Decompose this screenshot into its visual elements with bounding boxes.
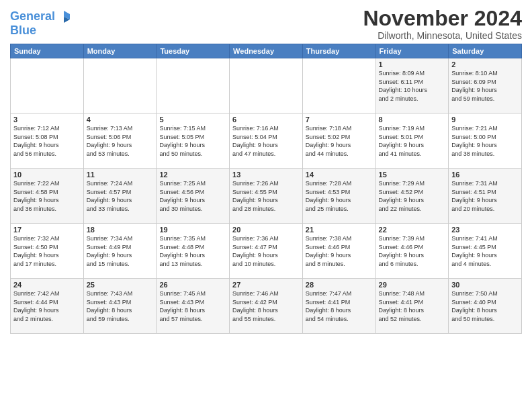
logo-text2: Blue: [10, 24, 71, 38]
calendar-cell: 6Sunrise: 7:16 AM Sunset: 5:04 PM Daylig…: [230, 113, 303, 169]
month-title: November 2024: [363, 7, 522, 30]
calendar-cell: [302, 58, 375, 113]
day-info: Sunrise: 7:47 AM Sunset: 4:41 PM Dayligh…: [306, 289, 373, 323]
calendar-cell: 11Sunrise: 7:24 AM Sunset: 4:57 PM Dayli…: [83, 169, 157, 224]
calendar-cell: 20Sunrise: 7:36 AM Sunset: 4:47 PM Dayli…: [230, 224, 303, 279]
calendar-cell: 24Sunrise: 7:42 AM Sunset: 4:44 PM Dayli…: [11, 279, 84, 334]
calendar-cell: 5Sunrise: 7:15 AM Sunset: 5:05 PM Daylig…: [157, 113, 230, 169]
calendar-cell: 21Sunrise: 7:38 AM Sunset: 4:46 PM Dayli…: [302, 224, 375, 279]
weekday-header: Saturday: [449, 44, 522, 58]
weekday-header: Sunday: [11, 44, 84, 58]
day-number: 30: [451, 281, 519, 289]
calendar-cell: 12Sunrise: 7:25 AM Sunset: 4:56 PM Dayli…: [157, 169, 230, 224]
calendar-cell: [83, 58, 157, 113]
day-number: 27: [232, 281, 300, 289]
day-number: 24: [13, 281, 81, 289]
calendar-cell: 29Sunrise: 7:48 AM Sunset: 4:41 PM Dayli…: [375, 279, 449, 334]
day-number: 17: [13, 226, 81, 234]
day-info: Sunrise: 7:46 AM Sunset: 4:42 PM Dayligh…: [232, 289, 300, 323]
day-number: 13: [232, 171, 300, 179]
day-number: 15: [379, 171, 446, 179]
day-info: Sunrise: 7:34 AM Sunset: 4:49 PM Dayligh…: [87, 234, 154, 268]
day-number: 29: [379, 281, 446, 289]
calendar-table: SundayMondayTuesdayWednesdayThursdayFrid…: [10, 44, 522, 334]
weekday-header: Monday: [83, 44, 157, 58]
day-info: Sunrise: 7:16 AM Sunset: 5:04 PM Dayligh…: [232, 124, 300, 158]
day-number: 2: [451, 60, 519, 68]
logo-icon: [56, 9, 71, 24]
calendar-cell: 19Sunrise: 7:35 AM Sunset: 4:48 PM Dayli…: [157, 224, 230, 279]
day-number: 5: [159, 116, 226, 124]
day-number: 25: [87, 281, 154, 289]
day-number: 14: [306, 171, 373, 179]
calendar-cell: 28Sunrise: 7:47 AM Sunset: 4:41 PM Dayli…: [302, 279, 375, 334]
day-number: 16: [451, 171, 519, 179]
calendar-cell: 16Sunrise: 7:31 AM Sunset: 4:51 PM Dayli…: [449, 169, 522, 224]
calendar-cell: 8Sunrise: 7:19 AM Sunset: 5:01 PM Daylig…: [375, 113, 449, 169]
day-number: 11: [87, 171, 154, 179]
day-info: Sunrise: 7:50 AM Sunset: 4:40 PM Dayligh…: [451, 289, 519, 323]
day-number: 21: [306, 226, 373, 234]
day-info: Sunrise: 8:10 AM Sunset: 6:09 PM Dayligh…: [451, 69, 519, 103]
day-info: Sunrise: 7:15 AM Sunset: 5:05 PM Dayligh…: [159, 124, 226, 158]
day-info: Sunrise: 7:22 AM Sunset: 4:58 PM Dayligh…: [13, 179, 81, 213]
day-info: Sunrise: 7:43 AM Sunset: 4:43 PM Dayligh…: [87, 289, 154, 323]
day-number: 19: [159, 226, 226, 234]
calendar-week-row: 1Sunrise: 8:09 AM Sunset: 6:11 PM Daylig…: [11, 58, 522, 113]
calendar-cell: 13Sunrise: 7:26 AM Sunset: 4:55 PM Dayli…: [230, 169, 303, 224]
calendar-week-row: 24Sunrise: 7:42 AM Sunset: 4:44 PM Dayli…: [11, 279, 522, 334]
day-info: Sunrise: 7:31 AM Sunset: 4:51 PM Dayligh…: [451, 179, 519, 213]
calendar-cell: [157, 58, 230, 113]
day-info: Sunrise: 7:39 AM Sunset: 4:46 PM Dayligh…: [379, 234, 446, 268]
calendar-cell: 4Sunrise: 7:13 AM Sunset: 5:06 PM Daylig…: [83, 113, 157, 169]
day-info: Sunrise: 7:28 AM Sunset: 4:53 PM Dayligh…: [306, 179, 373, 213]
calendar-cell: 10Sunrise: 7:22 AM Sunset: 4:58 PM Dayli…: [11, 169, 84, 224]
weekday-header: Thursday: [302, 44, 375, 58]
calendar-cell: 14Sunrise: 7:28 AM Sunset: 4:53 PM Dayli…: [302, 169, 375, 224]
day-info: Sunrise: 7:21 AM Sunset: 5:00 PM Dayligh…: [451, 124, 519, 158]
day-number: 6: [232, 116, 300, 124]
day-info: Sunrise: 7:13 AM Sunset: 5:06 PM Dayligh…: [87, 124, 154, 158]
page-container: General Blue November 2024 Dilworth, Min…: [0, 0, 532, 337]
weekday-header: Friday: [375, 44, 449, 58]
calendar-cell: 30Sunrise: 7:50 AM Sunset: 4:40 PM Dayli…: [449, 279, 522, 334]
calendar-cell: 7Sunrise: 7:18 AM Sunset: 5:02 PM Daylig…: [302, 113, 375, 169]
subtitle: Dilworth, Minnesota, United States: [363, 30, 522, 41]
day-number: 9: [451, 116, 519, 124]
calendar-cell: 27Sunrise: 7:46 AM Sunset: 4:42 PM Dayli…: [230, 279, 303, 334]
weekday-header: Tuesday: [157, 44, 230, 58]
day-info: Sunrise: 7:48 AM Sunset: 4:41 PM Dayligh…: [379, 289, 446, 323]
calendar-cell: 9Sunrise: 7:21 AM Sunset: 5:00 PM Daylig…: [449, 113, 522, 169]
day-number: 26: [159, 281, 226, 289]
day-info: Sunrise: 7:41 AM Sunset: 4:45 PM Dayligh…: [451, 234, 519, 268]
calendar-cell: 15Sunrise: 7:29 AM Sunset: 4:52 PM Dayli…: [375, 169, 449, 224]
day-info: Sunrise: 8:09 AM Sunset: 6:11 PM Dayligh…: [379, 69, 446, 103]
day-info: Sunrise: 7:12 AM Sunset: 5:08 PM Dayligh…: [13, 124, 81, 158]
day-number: 23: [451, 226, 519, 234]
calendar-week-row: 3Sunrise: 7:12 AM Sunset: 5:08 PM Daylig…: [11, 113, 522, 169]
day-info: Sunrise: 7:26 AM Sunset: 4:55 PM Dayligh…: [232, 179, 300, 213]
weekday-header: Wednesday: [230, 44, 303, 58]
day-number: 28: [306, 281, 373, 289]
day-info: Sunrise: 7:36 AM Sunset: 4:47 PM Dayligh…: [232, 234, 300, 268]
logo: General Blue: [10, 9, 71, 38]
calendar-cell: 18Sunrise: 7:34 AM Sunset: 4:49 PM Dayli…: [83, 224, 157, 279]
day-number: 12: [159, 171, 226, 179]
calendar-cell: [11, 58, 84, 113]
calendar-cell: 17Sunrise: 7:32 AM Sunset: 4:50 PM Dayli…: [11, 224, 84, 279]
day-number: 1: [379, 60, 446, 68]
day-info: Sunrise: 7:38 AM Sunset: 4:46 PM Dayligh…: [306, 234, 373, 268]
day-number: 8: [379, 116, 446, 124]
day-info: Sunrise: 7:19 AM Sunset: 5:01 PM Dayligh…: [379, 124, 446, 158]
day-number: 3: [13, 116, 81, 124]
day-number: 4: [87, 116, 154, 124]
header: General Blue November 2024 Dilworth, Min…: [10, 7, 522, 41]
day-number: 10: [13, 171, 81, 179]
logo-text: General: [10, 10, 55, 24]
title-block: November 2024 Dilworth, Minnesota, Unite…: [363, 7, 522, 41]
day-info: Sunrise: 7:45 AM Sunset: 4:43 PM Dayligh…: [159, 289, 226, 323]
day-number: 20: [232, 226, 300, 234]
day-info: Sunrise: 7:35 AM Sunset: 4:48 PM Dayligh…: [159, 234, 226, 268]
calendar-header-row: SundayMondayTuesdayWednesdayThursdayFrid…: [11, 44, 522, 58]
day-info: Sunrise: 7:18 AM Sunset: 5:02 PM Dayligh…: [306, 124, 373, 158]
